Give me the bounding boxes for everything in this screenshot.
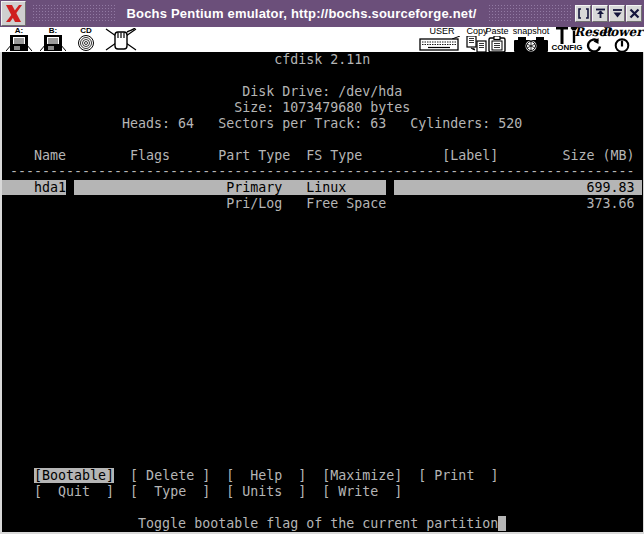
- disk-size-line: Size: 1073479680 bytes: [2, 100, 643, 116]
- terminal-line: [2, 436, 643, 452]
- terminal-line: [2, 260, 643, 276]
- spacer: [306, 468, 322, 483]
- titlebar-drag-area[interactable]: Bochs Pentium emulator, http://bochs.sou…: [32, 4, 571, 23]
- terminal-line: [2, 228, 643, 244]
- minimize-button[interactable]: [609, 5, 625, 22]
- cfdisk-title-line: cfdisk 2.11n: [2, 52, 643, 68]
- shade-down-arrow-icon: [612, 8, 623, 19]
- maximize-up-arrow-icon: [595, 8, 606, 19]
- snapshot-label: snapshot: [513, 27, 550, 36]
- paste-label: Paste: [485, 27, 508, 36]
- menu-delete-button[interactable]: [ Delete ]: [130, 468, 210, 483]
- partition-name-cell: hda1: [2, 180, 66, 195]
- terminal-line: [2, 340, 643, 356]
- spacer: [402, 468, 418, 483]
- terminal-line: [2, 132, 643, 148]
- status-text: Toggle bootable flag of the current part…: [2, 516, 498, 531]
- config-label: CONFIG: [551, 44, 582, 51]
- camera-icon: [510, 36, 552, 52]
- menu-type-button[interactable]: [ Type ]: [130, 484, 210, 499]
- mouse-disabled-icon: [104, 28, 138, 51]
- terminal-line: [2, 420, 643, 436]
- terminal-line: [2, 452, 643, 468]
- terminal-line: [2, 404, 643, 420]
- power-label: Power: [602, 27, 643, 38]
- spacer: [66, 180, 74, 195]
- terminal-line: [2, 68, 643, 84]
- floppy-b-button[interactable]: B:: [37, 27, 69, 51]
- terminal-screen: cfdisk 2.11n Disk Drive: /dev/hda Size: …: [0, 52, 644, 534]
- toolbar: A: B: CD: [0, 27, 644, 52]
- partition-size-cell: 699.83: [394, 180, 642, 195]
- terminal-line: [2, 356, 643, 372]
- terminal-line: [2, 212, 643, 228]
- terminal-line: [2, 324, 643, 340]
- partition-row-hda1[interactable]: hda1 Primary Linux 699.83: [2, 180, 643, 196]
- cd-icon: [73, 35, 99, 51]
- floppy-b-icon: [40, 35, 66, 51]
- menu-units-button[interactable]: [ Units ]: [226, 484, 306, 499]
- terminal-line: [2, 372, 643, 388]
- spacer: [2, 484, 34, 499]
- window-title: Bochs Pentium emulator, http://bochs.sou…: [116, 4, 486, 23]
- close-icon: [629, 8, 640, 19]
- terminal-line: [2, 292, 643, 308]
- bochs-window: Bochs Pentium emulator, http://bochs.sou…: [0, 0, 644, 534]
- power-button[interactable]: Power: [606, 27, 638, 53]
- cd-label: CD: [80, 27, 92, 35]
- terminal-line: [2, 276, 643, 292]
- maximize-button[interactable]: [592, 5, 608, 22]
- user-label: USER: [429, 27, 454, 36]
- status-line: Toggle bootable flag of the current part…: [2, 516, 643, 532]
- snapshot-button[interactable]: snapshot: [508, 27, 554, 52]
- menu-row-2: [ Quit ] [ Type ] [ Units ] [ Write ]: [2, 484, 643, 500]
- table-separator-line: ----------------------------------------…: [2, 164, 643, 180]
- spacer: [114, 484, 130, 499]
- terminal-line: [2, 388, 643, 404]
- floppy-a-icon: [6, 35, 32, 51]
- x11-logo-button[interactable]: [1, 1, 26, 26]
- x11-logo-icon: [4, 4, 23, 23]
- menu-row-1: [Bootable] [ Delete ] [ Help ] [Maximize…: [2, 468, 643, 484]
- floppy-a-button[interactable]: A:: [3, 27, 35, 51]
- terminal-line: [2, 244, 643, 260]
- menu-quit-button[interactable]: [ Quit ]: [34, 484, 114, 499]
- terminal-line: [2, 500, 643, 516]
- menu-help-button[interactable]: [ Help ]: [226, 468, 306, 483]
- disk-geometry-line: Heads: 64 Sectors per Track: 63 Cylinder…: [2, 116, 643, 132]
- keyboard-icon: [418, 36, 466, 51]
- power-icon: [614, 38, 630, 53]
- cdrom-button[interactable]: CD: [70, 27, 102, 51]
- floppy-a-label: A:: [15, 27, 23, 35]
- paste-clipboard-icon: [487, 36, 507, 52]
- spacer: [114, 468, 130, 483]
- text-cursor: [498, 516, 506, 531]
- partition-type-cells: Primary Linux: [74, 180, 386, 195]
- table-header-line: Name Flags Part Type FS Type [Label] Siz…: [2, 148, 643, 164]
- menu-print-button[interactable]: [ Print ]: [418, 468, 498, 483]
- menu-write-button[interactable]: [ Write ]: [322, 484, 402, 499]
- menu-maximize-button[interactable]: [Maximize]: [322, 468, 402, 483]
- titlebar: Bochs Pentium emulator, http://bochs.sou…: [0, 0, 644, 27]
- spacer: [210, 468, 226, 483]
- close-button[interactable]: [626, 5, 642, 22]
- terminal-line: [2, 308, 643, 324]
- menu-bootable-button[interactable]: [Bootable]: [34, 468, 114, 483]
- floppy-b-label: B:: [49, 27, 57, 35]
- spacer: [210, 484, 226, 499]
- reset-arrow-icon: [585, 38, 602, 53]
- spacer: [306, 484, 322, 499]
- spacer: [2, 468, 34, 483]
- partition-row-free-space[interactable]: Pri/Log Free Space 373.66: [2, 196, 643, 212]
- restore-icon: [578, 8, 589, 19]
- disk-drive-line: Disk Drive: /dev/hda: [2, 84, 643, 100]
- restore-button[interactable]: [575, 5, 591, 22]
- mouse-button[interactable]: [103, 28, 139, 51]
